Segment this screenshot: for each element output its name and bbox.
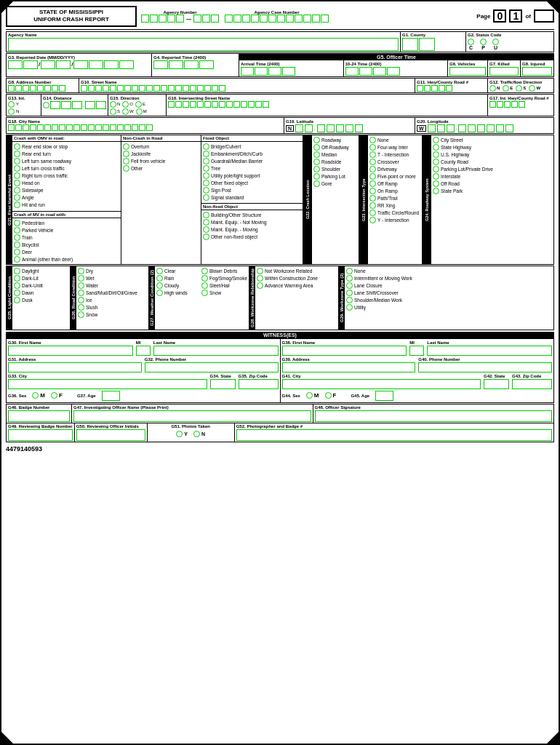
agency-name-input[interactable] xyxy=(8,38,399,51)
cl-radio-0[interactable] xyxy=(313,137,320,143)
g39-input[interactable] xyxy=(282,362,416,372)
dist-box-dec2[interactable] xyxy=(96,101,106,109)
mv-radio-1[interactable] xyxy=(14,227,20,234)
hwy-box[interactable] xyxy=(431,85,438,92)
agency-number-box[interactable] xyxy=(159,15,167,23)
city-box[interactable] xyxy=(117,124,124,131)
time-box1[interactable] xyxy=(153,60,168,69)
nc-radio-3[interactable] xyxy=(123,165,129,172)
li-radio-1[interactable] xyxy=(14,275,20,282)
agency-case-box[interactable] xyxy=(303,15,311,23)
agency-case-box[interactable] xyxy=(268,15,276,23)
long-box[interactable] xyxy=(487,124,495,132)
int-street-box[interactable] xyxy=(190,101,196,108)
int-street-box[interactable] xyxy=(212,101,218,108)
int-radio-1[interactable] xyxy=(369,144,376,151)
city-box[interactable] xyxy=(124,124,131,131)
status-c-radio[interactable] xyxy=(468,39,474,45)
date-box6[interactable] xyxy=(89,60,103,69)
city-box[interactable] xyxy=(59,124,65,131)
mv-radio-4[interactable] xyxy=(14,249,20,255)
int-hwy-box[interactable] xyxy=(497,101,503,108)
g30-first-input[interactable] xyxy=(8,346,133,356)
city-box[interactable] xyxy=(30,124,36,131)
long-box[interactable] xyxy=(496,124,504,132)
g37-input[interactable] xyxy=(102,391,120,401)
city-box[interactable] xyxy=(37,124,44,131)
g36-f-radio[interactable] xyxy=(51,392,57,399)
fo-radio-5[interactable] xyxy=(203,180,209,186)
g41-input[interactable] xyxy=(282,379,481,389)
g33-input[interactable] xyxy=(8,379,207,389)
rw-radio-5[interactable] xyxy=(433,173,439,180)
nc-radio-1[interactable] xyxy=(123,151,129,157)
ten24-box2[interactable] xyxy=(359,67,372,76)
dir-s-radio[interactable] xyxy=(516,85,522,92)
dir15-w[interactable] xyxy=(122,108,129,115)
long-box[interactable] xyxy=(477,124,485,132)
hwy-box[interactable] xyxy=(439,85,445,92)
nc-radio-2[interactable] xyxy=(123,158,129,164)
li-radio-3[interactable] xyxy=(14,290,20,296)
wt-radio-4[interactable] xyxy=(346,297,353,303)
street-box[interactable] xyxy=(81,85,87,92)
g45-input[interactable] xyxy=(375,391,393,401)
omv-radio-0[interactable] xyxy=(14,143,20,150)
g47-input[interactable] xyxy=(73,410,311,422)
omv-radio-7[interactable] xyxy=(14,194,20,201)
cl-radio-1[interactable] xyxy=(313,144,320,151)
nf-radio-2[interactable] xyxy=(203,226,209,233)
cl-radio-5[interactable] xyxy=(313,173,320,180)
city-box[interactable] xyxy=(81,124,87,131)
addr-box[interactable] xyxy=(52,85,58,92)
agency-number-box[interactable] xyxy=(167,15,175,23)
agency-case-box[interactable] xyxy=(312,15,320,23)
g50-input[interactable] xyxy=(76,429,145,441)
g38-mi-input[interactable] xyxy=(409,346,424,356)
date-box8[interactable] xyxy=(119,60,134,69)
ri-radio-2[interactable] xyxy=(78,282,84,289)
g42-input[interactable] xyxy=(484,379,509,389)
date-box3[interactable] xyxy=(41,60,55,69)
agency-case-box[interactable] xyxy=(277,15,285,23)
agency-case-box[interactable] xyxy=(251,15,259,23)
wc1-radio-0[interactable] xyxy=(156,268,163,274)
dir-n-radio[interactable] xyxy=(489,85,496,92)
agency-number-box[interactable] xyxy=(202,15,210,23)
date-box4[interactable] xyxy=(56,60,71,69)
omv-radio-5[interactable] xyxy=(14,180,20,186)
int-street-box[interactable] xyxy=(255,101,262,108)
wc1-radio-2[interactable] xyxy=(156,282,163,289)
wr-radio-0[interactable] xyxy=(257,268,263,274)
ri-radio-3[interactable] xyxy=(78,290,84,296)
long-box[interactable] xyxy=(505,124,513,132)
omv-radio-3[interactable] xyxy=(14,165,20,172)
nc-radio-0[interactable] xyxy=(123,143,129,150)
g30-mi-input[interactable] xyxy=(136,346,151,356)
city-box[interactable] xyxy=(66,124,73,131)
wc2-radio-2[interactable] xyxy=(201,282,208,289)
street-box[interactable] xyxy=(168,85,175,92)
ri-radio-6[interactable] xyxy=(78,311,84,318)
city-box[interactable] xyxy=(95,124,102,131)
dist-radio[interactable] xyxy=(43,102,49,108)
dir-w-radio[interactable] xyxy=(529,85,535,92)
injured-box[interactable] xyxy=(522,67,552,76)
street-box[interactable] xyxy=(212,85,218,92)
ri-radio-5[interactable] xyxy=(78,304,84,311)
omv-radio-4[interactable] xyxy=(14,172,20,179)
street-box[interactable] xyxy=(153,85,160,92)
street-box[interactable] xyxy=(110,85,116,92)
cl-radio-4[interactable] xyxy=(313,166,320,172)
g38-first-input[interactable] xyxy=(282,346,407,356)
int-street-box[interactable] xyxy=(204,101,211,108)
int-n-radio[interactable] xyxy=(8,108,15,115)
ten24-box3[interactable] xyxy=(373,67,386,76)
int-street-box[interactable] xyxy=(175,101,182,108)
g35-input[interactable] xyxy=(239,379,279,389)
county-box2[interactable] xyxy=(419,38,435,51)
g44-f-radio[interactable] xyxy=(325,392,332,399)
date-box7[interactable] xyxy=(104,60,119,69)
wt-radio-2[interactable] xyxy=(346,282,353,289)
omv-radio-8[interactable] xyxy=(14,202,20,208)
